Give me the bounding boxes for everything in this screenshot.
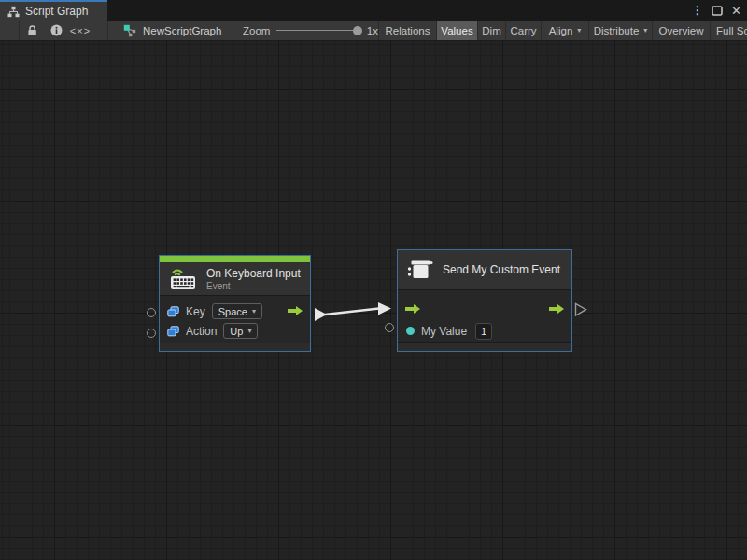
code-view-button[interactable]: <×> (68, 21, 92, 40)
zoom-slider-track (276, 30, 359, 31)
info-icon (50, 24, 63, 36)
tab-script-graph[interactable]: Script Graph (0, 0, 107, 21)
chevron-down-icon: ▾ (577, 27, 581, 35)
zoom-label: Zoom (243, 25, 270, 36)
node-body: My Value 1 (398, 290, 571, 342)
key-dropdown[interactable]: Space ▾ (212, 303, 262, 319)
keyboard-wireless-icon (169, 267, 197, 291)
port-label-key: Key (186, 305, 205, 318)
window-controls: ⋮ ✕ (692, 0, 747, 21)
node-header: On Keyboard Input Event (160, 262, 310, 296)
my-value-field[interactable]: 1 (475, 323, 492, 340)
graph-variable-icon (167, 326, 179, 337)
flow-row (398, 297, 571, 320)
script-graph-asset-icon (123, 24, 136, 37)
flow-input-arrow-icon[interactable] (404, 303, 421, 315)
event-accent-bar (160, 256, 310, 262)
toolbar-spacer (92, 21, 108, 40)
chevron-down-icon: ▾ (252, 308, 256, 315)
menu-icon[interactable]: ⋮ (692, 5, 703, 16)
zoom-value: 1x (367, 25, 378, 36)
lock-button[interactable] (20, 21, 44, 40)
close-icon[interactable]: ✕ (731, 5, 741, 17)
graph-toolbar: <×> NewScriptGraph Zoom 1x Relations Val… (0, 21, 747, 41)
node-title: Send My Custom Event (443, 263, 560, 276)
info-button[interactable] (44, 21, 68, 40)
graph-hierarchy-icon (7, 6, 20, 18)
tab-bar: Script Graph ⋮ ✕ (0, 0, 747, 21)
port-label-my-value: My Value (421, 325, 467, 338)
node-footer (160, 343, 310, 351)
node-header: Send My Custom Event (398, 250, 571, 290)
maximize-icon[interactable] (712, 6, 723, 16)
action-dropdown[interactable]: Up ▾ (223, 323, 258, 339)
node-footer (398, 342, 571, 351)
graph-variable-icon (167, 306, 179, 317)
menu-align[interactable]: Align ▾ (542, 21, 589, 40)
script-graph-window: Script Graph ⋮ ✕ <×> (0, 0, 747, 560)
zoom-slider-handle[interactable] (353, 26, 362, 35)
custom-unit-icon (407, 258, 433, 282)
graph-breadcrumb[interactable]: NewScriptGraph (108, 21, 227, 40)
button-full-screen[interactable]: Full Screen (711, 21, 747, 40)
zoom-slider[interactable] (276, 25, 359, 36)
node-title: On Keyboard Input (206, 267, 301, 280)
port-row-action: Action Up ▾ (160, 321, 310, 341)
toolbar-spacer (0, 21, 20, 40)
menu-distribute[interactable]: Distribute ▾ (589, 21, 653, 40)
value-port-dot-icon[interactable] (406, 327, 415, 335)
node-on-keyboard-input[interactable]: On Keyboard Input Event Key Space ▾ (159, 255, 311, 352)
toggle-relations[interactable]: Relations (379, 21, 437, 40)
port-label-action: Action (186, 325, 217, 338)
zoom-control: Zoom 1x (227, 21, 379, 40)
code-view-glyph: <×> (70, 25, 91, 36)
toggle-dim[interactable]: Dim (478, 21, 506, 40)
chevron-down-icon: ▾ (247, 328, 251, 335)
lock-icon (26, 24, 38, 36)
node-body: Key Space ▾ Action Up ▾ (160, 296, 310, 343)
graph-canvas[interactable] (0, 41, 747, 560)
port-row-my-value: My Value 1 (398, 320, 571, 342)
tab-title: Script Graph (25, 5, 88, 18)
port-key-input[interactable] (147, 308, 156, 317)
port-my-value-input[interactable] (385, 323, 394, 332)
button-overview[interactable]: Overview (653, 21, 711, 40)
node-subtitle: Event (206, 281, 301, 291)
port-action-input[interactable] (147, 329, 156, 338)
toggle-carry[interactable]: Carry (506, 21, 542, 40)
graph-name: NewScriptGraph (143, 25, 221, 36)
port-row-key: Key Space ▾ (160, 301, 310, 321)
toggle-values[interactable]: Values (437, 21, 478, 40)
node-header-titles: On Keyboard Input Event (206, 267, 301, 291)
chevron-down-icon: ▾ (643, 27, 647, 35)
flow-output-arrow-icon[interactable] (287, 305, 303, 316)
node-send-my-custom-event[interactable]: Send My Custom Event My Value 1 (397, 249, 572, 352)
flow-output-arrow-icon[interactable] (548, 303, 565, 315)
